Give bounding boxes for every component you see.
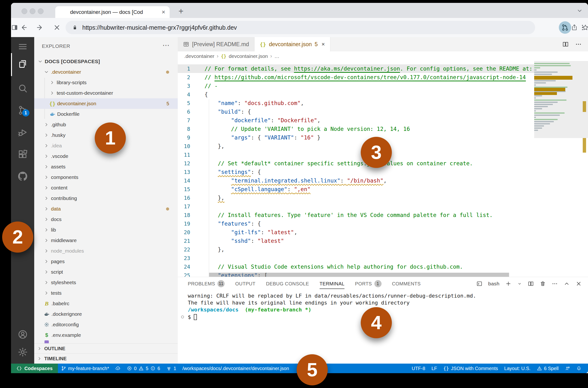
maximize-panel-icon[interactable] — [564, 281, 570, 287]
code-editor[interactable]: 1// For format details, see https://aka.… — [178, 61, 588, 277]
panel-tab-comments[interactable]: COMMENTS — [392, 277, 421, 291]
spell-checker-status[interactable]: 6 Spell — [534, 366, 562, 371]
remote-indicator[interactable]: Codespaces — [11, 364, 58, 373]
tree-item-.babelrc[interactable]: B.babelrc — [34, 298, 178, 309]
code-line-12[interactable]: 12 // Set *default* container specific s… — [178, 159, 534, 168]
code-line-22[interactable]: 22 }, — [178, 245, 534, 254]
tree-item-docs[interactable]: docs — [34, 214, 178, 225]
panel-more-actions-icon[interactable] — [552, 281, 558, 287]
problems-status[interactable]: 0 5 6 — [124, 366, 163, 371]
code-line-24[interactable]: 24 // Visual Studio Code extensions whic… — [178, 262, 534, 271]
tree-item-stylesheets[interactable]: stylesheets — [34, 277, 178, 288]
browser-tab[interactable]: devcontainer.json — docs [Cod × — [55, 6, 170, 18]
file-path-status[interactable]: /workspaces/docs/.devcontainer/devcontai… — [179, 366, 292, 371]
breadcrumbs[interactable]: .devcontainer› {} devcontainer.json› … — [178, 51, 588, 61]
tree-item-Dockerfile[interactable]: Dockerfile — [34, 109, 178, 119]
encoding-status[interactable]: UTF-8 — [409, 366, 428, 371]
code-line-11[interactable]: 11 — [178, 150, 534, 159]
outline-section[interactable]: OUTLINE — [34, 343, 178, 354]
panel-tab-terminal[interactable]: TERMINAL — [319, 277, 344, 291]
extensions-view-icon[interactable] — [18, 149, 28, 160]
split-terminal-icon[interactable] — [528, 281, 534, 287]
code-line-6[interactable]: 6 "build": { — [178, 107, 534, 116]
code-line-13[interactable]: 13 "settings": { — [178, 168, 534, 176]
eol-status[interactable]: LF — [428, 366, 440, 371]
explorer-more-actions-icon[interactable]: ⋯ — [162, 41, 170, 49]
timeline-section[interactable]: TIMELINE — [34, 353, 178, 364]
profile-avatar[interactable] — [559, 21, 571, 34]
stop-loading-icon[interactable] — [53, 24, 61, 31]
code-line-4[interactable]: 4{ — [178, 90, 534, 99]
code-line-23[interactable]: 23 — [178, 254, 534, 262]
terminal-profile-icon[interactable] — [476, 281, 483, 287]
horizontal-scrollbar[interactable] — [209, 273, 509, 277]
panel-tab-output[interactable]: OUTPUT — [235, 277, 255, 291]
code-line-8[interactable]: 8 // Update 'VARIANT' to pick a Node ver… — [178, 125, 534, 133]
tree-item-.env.example[interactable]: $.env.example — [34, 330, 178, 340]
tree-item-lib[interactable]: lib — [34, 225, 178, 235]
tree-root[interactable]: DOCS [CODESPACES] — [34, 56, 178, 67]
side-panel-icon[interactable] — [11, 24, 18, 31]
code-line-18[interactable]: 18 // Install features. Type 'feature' i… — [178, 211, 534, 219]
keyboard-layout-status[interactable]: Layout: U.S. — [501, 366, 534, 371]
split-editor-icon[interactable] — [562, 41, 569, 48]
tree-item-test-custom-devcontainer[interactable]: test-custom-devcontainer — [34, 88, 178, 98]
tab-close-icon[interactable]: × — [321, 41, 325, 48]
code-line-5[interactable]: 5 "name": "docs.github.com", — [178, 99, 534, 107]
code-line-21[interactable]: 21 "sshd": "latest" — [178, 237, 534, 245]
code-line-16[interactable]: 16 }, — [178, 194, 534, 202]
ports-status[interactable]: 1 — [163, 366, 179, 371]
window-zoom-button[interactable] — [38, 8, 44, 14]
tree-item-script[interactable]: script — [34, 267, 178, 277]
panel-tab-debug-console[interactable]: DEBUG CONSOLE — [266, 277, 309, 291]
browser-menu-icon[interactable] — [579, 24, 586, 31]
code-line-2[interactable]: 2// https://github.com/microsoft/vscode-… — [178, 73, 534, 82]
close-panel-icon[interactable] — [576, 281, 582, 287]
code-line-3[interactable]: 3// - — [178, 82, 534, 90]
code-line-9[interactable]: 9 "args": { "VARIANT": "16" } — [178, 133, 534, 142]
language-mode-status[interactable]: {}JSON with Comments — [440, 365, 501, 371]
tree-item-.devcontainer[interactable]: .devcontainer — [34, 67, 178, 77]
source-control-view-icon[interactable]: 1 — [18, 105, 28, 116]
back-button-icon[interactable] — [20, 24, 27, 31]
code-line-7[interactable]: 7 "dockerfile": "Dockerfile", — [178, 116, 534, 125]
code-line-17[interactable]: 17 — [178, 202, 534, 211]
tree-item-content[interactable]: content — [34, 183, 178, 193]
notifications-status[interactable] — [573, 366, 585, 371]
new-tab-button[interactable]: + — [178, 6, 183, 16]
panel-tab-ports[interactable]: PORTS1 — [355, 277, 382, 291]
tab-close-icon[interactable]: × — [162, 8, 165, 16]
account-icon[interactable] — [18, 329, 28, 340]
code-line-20[interactable]: 20 "git-lfs": "latest", — [178, 228, 534, 237]
tree-item-library-scripts[interactable]: library-scripts — [34, 77, 178, 88]
tree-item-.editorconfig[interactable]: .editorconfig — [34, 319, 178, 330]
menu-hamburger-icon[interactable] — [18, 41, 28, 52]
kill-terminal-icon[interactable] — [540, 281, 546, 287]
code-line-1[interactable]: 1// For format details, see https://aka.… — [178, 64, 534, 73]
search-view-icon[interactable] — [18, 83, 28, 94]
tree-item-pages[interactable]: pages — [34, 256, 178, 267]
tab-search-chevron-icon[interactable] — [577, 8, 583, 14]
code-line-19[interactable]: 19 "features": { — [178, 219, 534, 228]
tree-item-node_modules[interactable]: node_modules — [34, 246, 178, 256]
code-line-15[interactable]: 15 "cSpell.language": ",en" — [178, 185, 534, 194]
sync-status[interactable] — [112, 366, 124, 371]
forward-button-icon[interactable] — [36, 24, 44, 31]
terminal-dropdown-icon[interactable] — [517, 281, 522, 287]
github-view-icon[interactable] — [18, 171, 28, 182]
feedback-status[interactable] — [562, 366, 573, 371]
panel-tab-problems[interactable]: PROBLEMS11 — [188, 277, 225, 291]
code-line-10[interactable]: 10 }, — [178, 142, 534, 150]
address-bar[interactable]: https://hubwriter-musical-meme-grx7rggrj… — [66, 21, 535, 34]
tree-item-middleware[interactable]: middleware — [34, 235, 178, 246]
share-icon[interactable] — [571, 24, 578, 31]
tree-item-devcontainer.json[interactable]: {}devcontainer.json5 — [34, 98, 178, 109]
tree-item-components[interactable]: components — [34, 172, 178, 183]
tree-item-.dockerignore[interactable]: .dockerignore — [34, 309, 178, 319]
explorer-view-icon[interactable] — [18, 59, 28, 69]
tree-item-assets[interactable]: assets — [34, 162, 178, 172]
tree-item-tests[interactable]: tests — [34, 288, 178, 298]
settings-gear-icon[interactable] — [18, 347, 28, 357]
tree-item-contributing[interactable]: contributing — [34, 193, 178, 204]
window-close-button[interactable] — [22, 8, 27, 14]
